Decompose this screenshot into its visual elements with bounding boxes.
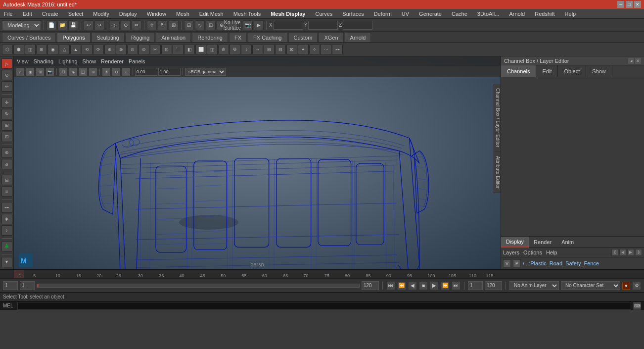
layer-v-button[interactable]: V — [503, 259, 511, 267]
vt-smooth-btn[interactable]: ◈ — [69, 67, 78, 76]
poly-tool-28[interactable]: ✧ — [309, 44, 320, 55]
layer-fwd-button[interactable]: ▶ — [627, 249, 634, 256]
mode-dropdown[interactable]: Modeling — [2, 20, 41, 30]
tab-animation[interactable]: Animation — [156, 32, 191, 42]
menu-mesh-display[interactable]: Mesh Display — [269, 10, 307, 18]
menu-select[interactable]: Select — [66, 10, 86, 18]
range-start-input[interactable] — [468, 281, 483, 290]
menu-cache[interactable]: Cache — [450, 10, 469, 18]
vt-shadows-btn[interactable]: ☀ — [102, 67, 111, 76]
select-tool[interactable]: ▷ — [1, 58, 12, 69]
x-input[interactable] — [274, 21, 303, 30]
tab-render[interactable]: Render — [529, 237, 556, 248]
y-input[interactable] — [308, 21, 338, 30]
auto-key-button[interactable]: ● — [622, 282, 630, 290]
menu-help[interactable]: Help — [563, 10, 578, 18]
poly-tool-24[interactable]: ⊞ — [264, 44, 275, 55]
poly-tool-30[interactable]: ⊶ — [332, 44, 343, 55]
expand-btn[interactable]: ▼ — [1, 257, 12, 267]
menu-window[interactable]: Window — [145, 10, 168, 18]
attribute-editor-side-tab[interactable]: Channel Box / Layer Editor Attribute Edi… — [494, 84, 501, 193]
close-button[interactable]: ✕ — [634, 1, 641, 8]
tab-rigging[interactable]: Rigging — [126, 32, 155, 42]
vp-menu-show[interactable]: Show — [83, 58, 96, 64]
select-tool-button[interactable]: ▷ — [110, 20, 120, 30]
tab-display[interactable]: Display — [501, 237, 529, 248]
undo-button[interactable]: ↩ — [84, 20, 93, 30]
rewind-to-start-button[interactable]: ⏮ — [386, 281, 395, 290]
poly-tool-6[interactable]: △ — [59, 44, 70, 55]
soft-mod[interactable]: ⊛ — [1, 148, 12, 158]
panel-expand-button[interactable]: ◂ — [628, 58, 634, 64]
redo-button[interactable]: ↪ — [94, 20, 104, 30]
poly-tool-12[interactable]: ⊙ — [127, 44, 138, 55]
layer-back-button[interactable]: ◀ — [619, 249, 626, 256]
timeline-ruler[interactable]: 1 5 10 15 20 25 30 — [14, 270, 501, 278]
rotate-tool-button[interactable]: ↻ — [158, 20, 168, 30]
universal-manip[interactable]: ⊡ — [1, 132, 12, 142]
options-menu[interactable]: Options — [523, 249, 542, 255]
menu-deform[interactable]: Deform — [372, 10, 394, 18]
tab-rendering[interactable]: Rendering — [192, 32, 228, 42]
vp-menu-view[interactable]: View — [17, 58, 29, 64]
poly-tool-14[interactable]: ✂ — [150, 44, 161, 55]
poly-tool-11[interactable]: ⊗ — [116, 44, 127, 55]
menu-uv[interactable]: UV — [400, 10, 411, 18]
go-to-end-button[interactable]: ⏭ — [452, 281, 460, 290]
poly-tool-27[interactable]: ✦ — [298, 44, 309, 55]
tab-anim[interactable]: Anim — [556, 237, 579, 248]
menu-generate[interactable]: Generate — [417, 10, 444, 18]
tab-xgen[interactable]: XGen — [319, 32, 343, 42]
color-profile-dropdown[interactable]: sRGB gamma — [185, 68, 226, 76]
cb-tab-channels[interactable]: Channels — [501, 65, 536, 77]
move-tool-button[interactable]: ✛ — [147, 20, 157, 30]
snap-curve-button[interactable]: ∿ — [195, 20, 205, 30]
poly-tool-2[interactable]: ⬢ — [13, 44, 24, 55]
scale-tool[interactable]: ⊞ — [1, 120, 12, 131]
snap-point-button[interactable]: ⊡ — [206, 20, 216, 30]
vt-grid-btn[interactable]: ⊞ — [36, 67, 45, 76]
scale-tool-button[interactable]: ⊞ — [169, 20, 179, 30]
menu-mesh-tools[interactable]: Mesh Tools — [231, 10, 263, 18]
menu-display[interactable]: Display — [117, 10, 139, 18]
tab-curves-surfaces[interactable]: Curves / Surfaces — [2, 32, 56, 42]
panel-close-button[interactable]: ✕ — [635, 58, 641, 64]
menu-curves[interactable]: Curves — [314, 10, 335, 18]
vt-cam-btn[interactable]: 📷 — [46, 67, 54, 76]
rotate-tool[interactable]: ↻ — [1, 109, 12, 119]
menu-modify[interactable]: Modify — [91, 10, 111, 18]
poly-tool-13[interactable]: ⊘ — [138, 44, 149, 55]
snap-grid-button[interactable]: ⊟ — [184, 20, 194, 30]
vt-wire-btn[interactable]: ⊟ — [59, 67, 68, 76]
poly-tool-17[interactable]: ◧ — [184, 44, 195, 55]
poly-tool-21[interactable]: ⟱ — [230, 44, 240, 55]
cb-tab-object[interactable]: Object — [558, 65, 586, 77]
gamma-input[interactable] — [158, 68, 181, 76]
poly-tool-16[interactable]: ⬛ — [173, 44, 184, 55]
vp-menu-renderer[interactable]: Renderer — [101, 58, 124, 64]
vt-isolate-btn[interactable]: ⊕ — [89, 67, 97, 76]
step-back-button[interactable]: ⏪ — [397, 281, 406, 290]
key-settings-button[interactable]: ⚙ — [632, 281, 641, 290]
help-menu[interactable]: Help — [546, 249, 557, 255]
poly-tool-8[interactable]: ⟲ — [82, 44, 92, 55]
save-scene-button[interactable]: 💾 — [68, 20, 78, 30]
poly-tool-22[interactable]: ↕ — [241, 44, 252, 55]
show-manip[interactable]: ⊟ — [1, 175, 12, 185]
vt-ao-btn[interactable]: ⊙ — [112, 67, 121, 76]
layers-menu[interactable]: Layers — [503, 249, 519, 255]
anim-layer-dropdown[interactable]: No Anim Layer — [509, 281, 559, 290]
poly-tool-5[interactable]: ◉ — [47, 44, 58, 55]
exposure-input[interactable] — [135, 68, 157, 76]
move-tool[interactable]: ✛ — [1, 97, 12, 107]
tab-sculpting[interactable]: Sculpting — [92, 32, 125, 42]
tab-polygons[interactable]: Polygons — [57, 32, 90, 42]
frame-range-bar[interactable] — [37, 284, 359, 287]
tab-arnold[interactable]: Arnold — [345, 32, 371, 42]
poly-tool-19[interactable]: ◫ — [207, 44, 218, 55]
z-input[interactable] — [343, 21, 372, 30]
poly-tool-10[interactable]: ⊕ — [104, 44, 115, 55]
sculpt[interactable]: ⌀ — [1, 159, 12, 169]
poly-tool-29[interactable]: ⋯ — [321, 44, 331, 55]
menu-edit-mesh[interactable]: Edit Mesh — [197, 10, 226, 18]
